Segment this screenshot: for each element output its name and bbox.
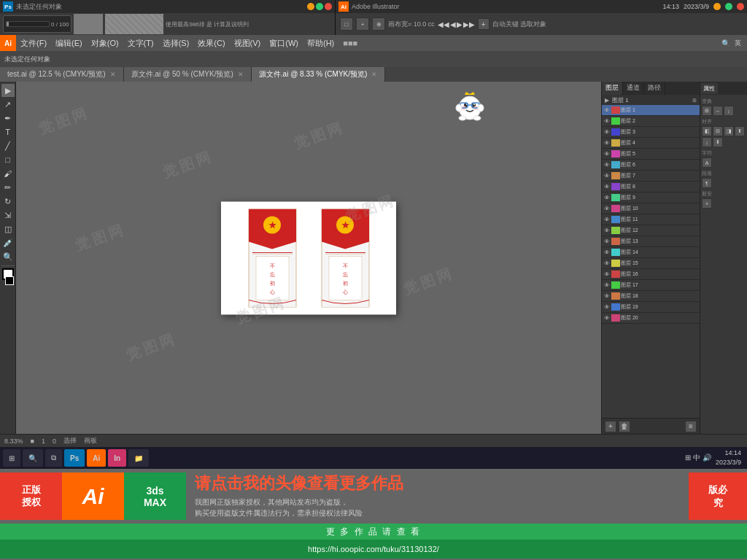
search-taskbar-btn[interactable]: 🔍 — [23, 449, 43, 467]
toolbar-icon-2[interactable]: + — [356, 18, 369, 31]
tool-zoom[interactable]: 🔍 — [1, 250, 15, 263]
tab-2[interactable]: 源文件.ai @ 8.33 % (CMYK/预览) ✕ — [252, 67, 386, 82]
layer-eye-icon[interactable]: 👁 — [603, 184, 611, 190]
layer-eye-icon[interactable]: 👁 — [603, 173, 611, 179]
toolbar-icon-1[interactable]: □ — [340, 18, 353, 31]
align-right-btn[interactable]: ◨ — [724, 126, 734, 136]
table-row[interactable]: 👁 图层 7 — [602, 171, 700, 182]
paths-tab[interactable]: 路径 — [644, 82, 665, 95]
layer-eye-icon[interactable]: 👁 — [603, 315, 611, 322]
layers-panel-menu-btn[interactable]: ≡ — [685, 421, 697, 432]
menu-extra[interactable]: ■■■ — [338, 37, 362, 49]
tab-1[interactable]: 原文件.ai @ 50 % (CMYK/预览) ✕ — [124, 67, 252, 82]
layers-options-btn[interactable]: ≡ — [692, 96, 697, 104]
3ds-badge[interactable]: 3ds MAX — [124, 472, 186, 520]
search-icon[interactable]: 🔍 — [721, 39, 730, 47]
layer-expand-icon[interactable]: ▶ — [605, 97, 609, 104]
taskbar-folder-btn[interactable]: 📁 — [128, 449, 149, 467]
table-row[interactable]: 👁 图层 18 — [602, 291, 700, 302]
minimize-ai-btn[interactable] — [713, 3, 721, 10]
maximize-btn[interactable] — [316, 3, 323, 10]
table-row[interactable]: 👁 图层 9 — [602, 192, 700, 203]
website-url[interactable]: https://hi.ooopic.com/tuku/31130132/ — [308, 545, 439, 553]
tool-stroke-color[interactable] — [5, 276, 14, 285]
table-row[interactable]: 👁 图层 1 — [602, 105, 700, 116]
ad-title[interactable]: 请点击我的头像查看更多作品 — [195, 474, 680, 493]
layer-eye-icon[interactable]: 👁 — [603, 206, 611, 212]
layer-eye-icon[interactable]: 👁 — [603, 293, 611, 300]
tool-pencil[interactable]: ✏ — [1, 181, 15, 194]
layer-eye-icon[interactable]: 👁 — [603, 151, 611, 158]
add-artboard-btn[interactable]: + — [478, 18, 489, 30]
align-bottom-btn[interactable]: ⬇ — [713, 137, 723, 147]
align-center-btn[interactable]: ⊟ — [713, 126, 723, 136]
tool-select[interactable]: ▶ — [1, 84, 15, 97]
layer-eye-icon[interactable]: 👁 — [603, 107, 611, 114]
layer-eye-icon[interactable]: 👁 — [603, 140, 611, 147]
tool-type[interactable]: T — [1, 125, 15, 139]
tab-0-close[interactable]: ✕ — [110, 71, 116, 78]
layer-eye-icon[interactable]: 👁 — [603, 304, 611, 311]
menu-file[interactable]: 文件(F) — [16, 36, 51, 50]
menu-effect[interactable]: 效果(C) — [193, 36, 229, 50]
maximize-ai-btn[interactable] — [725, 3, 732, 10]
transform-btn-1[interactable]: ⊞ — [702, 106, 712, 116]
tool-rotate[interactable]: ↻ — [1, 195, 15, 208]
tool-paintbrush[interactable]: 🖌 — [1, 167, 15, 180]
taskbar-ai-btn[interactable]: Ai — [87, 449, 106, 467]
table-row[interactable]: 👁 图层 2 — [602, 116, 700, 127]
close-ai-btn[interactable] — [737, 3, 744, 10]
table-row[interactable]: 👁 图层 11 — [602, 214, 700, 225]
table-row[interactable]: 👁 图层 5 — [602, 149, 700, 160]
tool-gradient[interactable]: ◫ — [1, 222, 15, 236]
start-button[interactable]: ⊞ — [3, 449, 20, 467]
channels-tab[interactable]: 通道 — [623, 82, 644, 95]
table-row[interactable]: 👁 图层 8 — [602, 182, 700, 192]
tool-pen[interactable]: ✒ — [1, 112, 15, 125]
table-row[interactable]: 👁 图层 14 — [602, 247, 700, 258]
tool-direct-select[interactable]: ↗ — [1, 98, 15, 111]
table-row[interactable]: 👁 图层 3 — [602, 127, 700, 138]
table-row[interactable]: 👁 图层 4 — [602, 138, 700, 149]
layers-tab[interactable]: 图层 — [602, 82, 623, 95]
properties-tab[interactable]: 属性 — [700, 83, 718, 94]
new-section-btn[interactable]: + — [702, 198, 712, 209]
menu-help[interactable]: 帮助(H) — [303, 36, 338, 50]
table-row[interactable]: 👁 图层 6 — [602, 160, 700, 171]
table-row[interactable]: 👁 图层 16 — [602, 269, 700, 280]
tool-line[interactable]: ╱ — [1, 139, 15, 152]
table-row[interactable]: 👁 图层 17 — [602, 280, 700, 291]
tab-2-close[interactable]: ✕ — [371, 71, 377, 78]
menu-select[interactable]: 选择(S) — [158, 36, 194, 50]
close-btn[interactable] — [325, 3, 332, 10]
tool-eyedropper[interactable]: 💉 — [1, 236, 15, 249]
layer-eye-icon[interactable]: 👁 — [603, 282, 611, 289]
layer-eye-icon[interactable]: 👁 — [603, 217, 611, 223]
toolbar-icon-3[interactable]: ⊕ — [372, 18, 385, 31]
layer-eye-icon[interactable]: 👁 — [603, 271, 611, 278]
menu-text[interactable]: 文字(T) — [123, 36, 158, 50]
align-left-btn[interactable]: ◧ — [702, 126, 712, 136]
layer-eye-icon[interactable]: 👁 — [603, 260, 611, 267]
taskbar-in-btn[interactable]: In — [108, 449, 126, 467]
layer-eye-icon[interactable]: 👁 — [603, 228, 611, 234]
menu-edit[interactable]: 编辑(E) — [51, 36, 87, 50]
toolbar-playback[interactable]: ◀◀ ◀ ▶ ▶▶ — [438, 20, 475, 28]
align-middle-btn[interactable]: ↕ — [702, 137, 712, 147]
transform-btn-2[interactable]: ↔ — [713, 106, 723, 116]
new-layer-btn[interactable]: + — [605, 421, 616, 432]
table-row[interactable]: 👁 图层 10 — [602, 203, 700, 214]
table-row[interactable]: 👁 图层 12 — [602, 225, 700, 236]
table-row[interactable]: 👁 图层 20 — [602, 313, 700, 324]
layer-eye-icon[interactable]: 👁 — [603, 238, 611, 245]
char-btn[interactable]: A — [702, 158, 712, 168]
layer-eye-icon[interactable]: 👁 — [603, 118, 611, 125]
layer-eye-icon[interactable]: 👁 — [603, 195, 611, 201]
more-works-btn[interactable]: 更 多 作 品 请 查 看 — [326, 526, 421, 538]
ai-badge[interactable]: Ai — [62, 472, 124, 520]
tool-scale[interactable]: ⇲ — [1, 209, 15, 222]
tab-0[interactable]: test.ai @ 12.5 % (CMYK/预览) ✕ — [0, 67, 124, 82]
align-top-btn[interactable]: ⬆ — [735, 126, 745, 136]
tool-rect[interactable]: □ — [1, 153, 15, 166]
table-row[interactable]: 👁 图层 15 — [602, 258, 700, 269]
